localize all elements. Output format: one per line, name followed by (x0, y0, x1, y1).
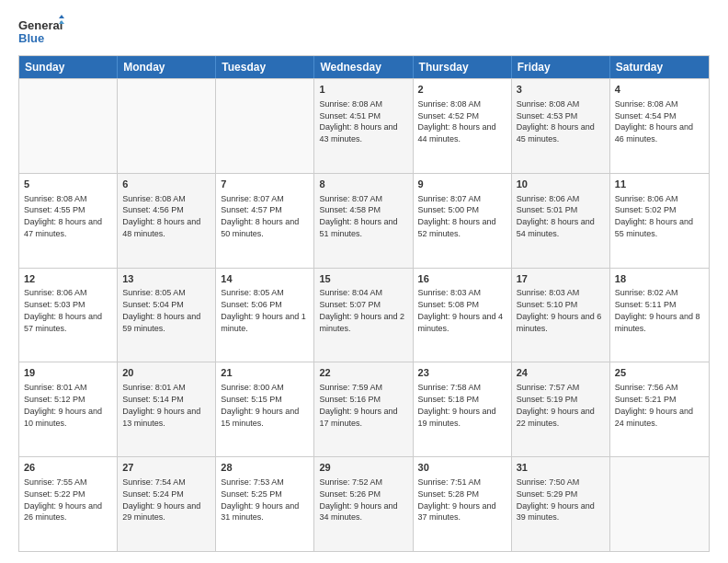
cal-row-2: 12 Sunrise: 8:06 AMSunset: 5:03 PMDaylig… (19, 268, 709, 362)
cell-text: Sunrise: 8:00 AMSunset: 5:15 PMDaylight:… (221, 383, 299, 427)
cell-text: Sunrise: 8:01 AMSunset: 5:12 PMDaylight:… (24, 383, 102, 427)
cell-text: Sunrise: 8:07 AMSunset: 4:57 PMDaylight:… (221, 194, 299, 238)
cal-row-0: 1 Sunrise: 8:08 AMSunset: 4:51 PMDayligh… (19, 78, 709, 173)
cal-cell: 22 Sunrise: 7:59 AMSunset: 5:16 PMDaylig… (314, 362, 413, 456)
cal-cell: 24 Sunrise: 7:57 AMSunset: 5:19 PMDaylig… (512, 362, 610, 456)
day-number: 10 (517, 178, 605, 191)
header-cell-sunday: Sunday (19, 56, 118, 78)
cal-cell: 8 Sunrise: 8:07 AMSunset: 4:58 PMDayligh… (314, 174, 413, 268)
cal-cell: 20 Sunrise: 8:01 AMSunset: 5:14 PMDaylig… (118, 362, 216, 456)
header-cell-friday: Friday (512, 56, 610, 78)
header-cell-monday: Monday (118, 56, 216, 78)
calendar-header-row: SundayMondayTuesdayWednesdayThursdayFrid… (19, 56, 709, 78)
header: General Blue (18, 15, 710, 48)
svg-marker-2 (59, 15, 64, 18)
cell-text: Sunrise: 8:05 AMSunset: 5:04 PMDaylight:… (122, 288, 200, 332)
cell-text: Sunrise: 8:06 AMSunset: 5:01 PMDaylight:… (517, 194, 595, 238)
logo-svg: General Blue (18, 15, 64, 48)
cal-cell: 2 Sunrise: 8:08 AMSunset: 4:52 PMDayligh… (414, 79, 512, 173)
cal-cell: 10 Sunrise: 8:06 AMSunset: 5:01 PMDaylig… (512, 174, 610, 268)
day-number: 26 (24, 461, 112, 475)
cal-cell: 9 Sunrise: 8:07 AMSunset: 5:00 PMDayligh… (414, 174, 512, 268)
day-number: 23 (418, 366, 506, 380)
cell-text: Sunrise: 8:06 AMSunset: 5:03 PMDaylight:… (24, 288, 102, 332)
cal-row-1: 5 Sunrise: 8:08 AMSunset: 4:55 PMDayligh… (19, 173, 709, 268)
cell-text: Sunrise: 8:06 AMSunset: 5:02 PMDaylight:… (615, 194, 693, 238)
cal-cell: 28 Sunrise: 7:53 AMSunset: 5:25 PMDaylig… (216, 457, 314, 551)
cell-text: Sunrise: 8:07 AMSunset: 4:58 PMDaylight:… (319, 194, 397, 238)
header-cell-saturday: Saturday (610, 56, 709, 78)
day-number: 29 (319, 461, 407, 475)
day-number: 1 (319, 83, 407, 97)
cal-cell: 13 Sunrise: 8:05 AMSunset: 5:04 PMDaylig… (118, 269, 216, 362)
day-number: 18 (615, 272, 704, 286)
cal-cell (19, 79, 118, 173)
cell-text: Sunrise: 7:57 AMSunset: 5:19 PMDaylight:… (517, 383, 595, 427)
cal-cell: 11 Sunrise: 8:06 AMSunset: 5:02 PMDaylig… (610, 174, 709, 268)
day-number: 13 (122, 272, 210, 286)
svg-text:Blue: Blue (18, 31, 44, 45)
cell-text: Sunrise: 7:51 AMSunset: 5:28 PMDaylight:… (418, 477, 496, 522)
day-number: 3 (517, 83, 605, 97)
header-cell-tuesday: Tuesday (216, 56, 314, 78)
cal-cell: 31 Sunrise: 7:50 AMSunset: 5:29 PMDaylig… (512, 457, 610, 551)
day-number: 7 (221, 178, 309, 191)
cal-cell (610, 457, 709, 551)
cal-cell: 14 Sunrise: 8:05 AMSunset: 5:06 PMDaylig… (216, 269, 314, 362)
day-number: 20 (122, 366, 210, 380)
cal-row-3: 19 Sunrise: 8:01 AMSunset: 5:12 PMDaylig… (19, 362, 709, 456)
cal-cell (118, 79, 216, 173)
day-number: 19 (24, 366, 112, 380)
cal-cell: 25 Sunrise: 7:56 AMSunset: 5:21 PMDaylig… (610, 362, 709, 456)
day-number: 2 (418, 83, 506, 97)
cal-cell: 29 Sunrise: 7:52 AMSunset: 5:26 PMDaylig… (314, 457, 413, 551)
page: General Blue SundayMondayTuesdayWednesda… (0, 0, 728, 563)
cell-text: Sunrise: 7:50 AMSunset: 5:29 PMDaylight:… (517, 477, 595, 522)
cell-text: Sunrise: 7:55 AMSunset: 5:22 PMDaylight:… (24, 477, 102, 522)
cal-cell: 7 Sunrise: 8:07 AMSunset: 4:57 PMDayligh… (216, 174, 314, 268)
cell-text: Sunrise: 8:04 AMSunset: 5:07 PMDaylight:… (319, 288, 404, 332)
cal-cell: 12 Sunrise: 8:06 AMSunset: 5:03 PMDaylig… (19, 269, 118, 362)
cal-cell: 18 Sunrise: 8:02 AMSunset: 5:11 PMDaylig… (610, 269, 709, 362)
cell-text: Sunrise: 7:54 AMSunset: 5:24 PMDaylight:… (122, 477, 200, 522)
day-number: 30 (418, 461, 506, 475)
cell-text: Sunrise: 7:59 AMSunset: 5:16 PMDaylight:… (319, 383, 397, 427)
cell-text: Sunrise: 8:08 AMSunset: 4:56 PMDaylight:… (122, 194, 200, 238)
calendar: SundayMondayTuesdayWednesdayThursdayFrid… (18, 55, 710, 552)
svg-text:General: General (18, 18, 63, 32)
cell-text: Sunrise: 7:56 AMSunset: 5:21 PMDaylight:… (615, 383, 693, 427)
header-cell-thursday: Thursday (414, 56, 512, 78)
cal-cell: 19 Sunrise: 8:01 AMSunset: 5:12 PMDaylig… (19, 362, 118, 456)
cell-text: Sunrise: 8:08 AMSunset: 4:53 PMDaylight:… (517, 99, 595, 144)
header-cell-wednesday: Wednesday (314, 56, 413, 78)
cell-text: Sunrise: 8:08 AMSunset: 4:51 PMDaylight:… (319, 99, 397, 144)
day-number: 6 (122, 178, 210, 191)
cal-cell: 16 Sunrise: 8:03 AMSunset: 5:08 PMDaylig… (414, 269, 512, 362)
cal-cell: 6 Sunrise: 8:08 AMSunset: 4:56 PMDayligh… (118, 174, 216, 268)
cell-text: Sunrise: 8:03 AMSunset: 5:08 PMDaylight:… (418, 288, 504, 332)
cal-cell: 21 Sunrise: 8:00 AMSunset: 5:15 PMDaylig… (216, 362, 314, 456)
day-number: 4 (615, 83, 704, 97)
cell-text: Sunrise: 7:52 AMSunset: 5:26 PMDaylight:… (319, 477, 397, 522)
cal-cell: 3 Sunrise: 8:08 AMSunset: 4:53 PMDayligh… (512, 79, 610, 173)
day-number: 24 (517, 366, 605, 380)
cal-cell: 4 Sunrise: 8:08 AMSunset: 4:54 PMDayligh… (610, 79, 709, 173)
cell-text: Sunrise: 7:58 AMSunset: 5:18 PMDaylight:… (418, 383, 496, 427)
day-number: 12 (24, 272, 112, 286)
cal-cell: 30 Sunrise: 7:51 AMSunset: 5:28 PMDaylig… (414, 457, 512, 551)
day-number: 15 (319, 272, 407, 286)
day-number: 17 (517, 272, 605, 286)
cal-cell: 15 Sunrise: 8:04 AMSunset: 5:07 PMDaylig… (314, 269, 413, 362)
day-number: 5 (24, 178, 112, 191)
cell-text: Sunrise: 8:03 AMSunset: 5:10 PMDaylight:… (517, 288, 602, 332)
day-number: 31 (517, 461, 605, 475)
day-number: 21 (221, 366, 309, 380)
day-number: 25 (615, 366, 704, 380)
day-number: 22 (319, 366, 407, 380)
cell-text: Sunrise: 8:08 AMSunset: 4:52 PMDaylight:… (418, 99, 496, 144)
cell-text: Sunrise: 8:08 AMSunset: 4:55 PMDaylight:… (24, 194, 102, 238)
day-number: 8 (319, 178, 407, 191)
cell-text: Sunrise: 8:02 AMSunset: 5:11 PMDaylight:… (615, 288, 700, 332)
logo: General Blue (18, 15, 64, 48)
day-number: 27 (122, 461, 210, 475)
